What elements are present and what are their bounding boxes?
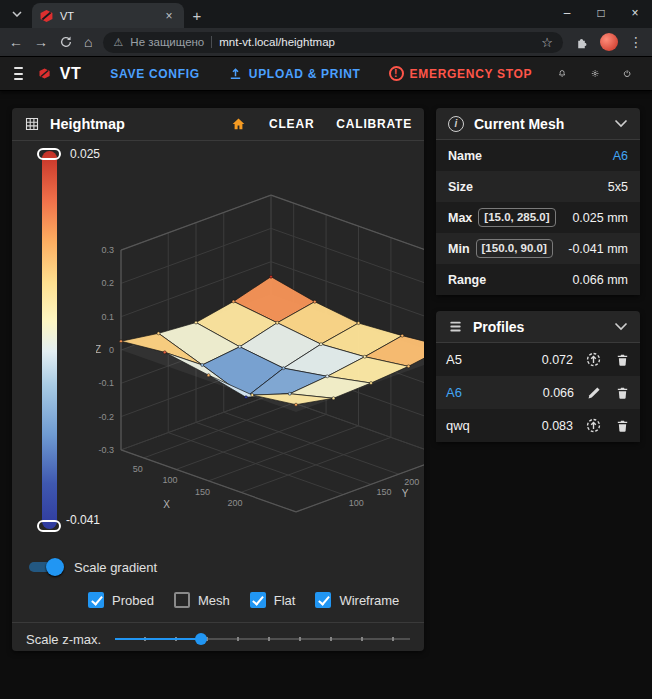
wireframe-checkbox[interactable]: Wireframe xyxy=(315,592,399,608)
emergency-stop-button[interactable]: ! EMERGENCY STOP xyxy=(389,66,533,81)
probed-checkbox[interactable]: Probed xyxy=(88,592,154,608)
wireframe-label: Wireframe xyxy=(339,593,399,608)
browser-menu-icon[interactable]: ⋮ xyxy=(629,34,643,50)
site-favicon xyxy=(40,10,53,22)
svg-text:-0.3: -0.3 xyxy=(98,445,114,455)
coord-chip[interactable]: [15.0, 285.0] xyxy=(478,208,555,227)
clear-button[interactable]: CLEAR xyxy=(269,117,314,131)
window-maximize-button[interactable]: □ xyxy=(584,0,618,28)
browser-tab[interactable]: VT × xyxy=(32,3,184,28)
svg-text:50: 50 xyxy=(133,464,143,474)
mesh-row-range: Range0.066 mm xyxy=(436,264,640,295)
svg-text:0.2: 0.2 xyxy=(101,278,114,288)
svg-text:0.1: 0.1 xyxy=(101,312,114,322)
load-profile-icon[interactable] xyxy=(585,417,602,434)
menu-hamburger-icon[interactable] xyxy=(14,67,23,80)
not-secure-warning-icon[interactable]: ⚠ xyxy=(113,36,123,49)
power-icon[interactable] xyxy=(623,65,631,82)
page-title: Heightmap xyxy=(50,116,125,132)
browser-toolbar: ← → ⌂ ⚠ Не защищено mnt-vt.local/heightm… xyxy=(0,28,652,57)
svg-text:Y: Y xyxy=(402,488,409,499)
home-position-icon[interactable] xyxy=(230,116,247,132)
svg-text:-0.1: -0.1 xyxy=(98,378,114,388)
delete-profile-icon[interactable] xyxy=(615,352,630,368)
window-minimize-button[interactable]: – xyxy=(550,0,584,28)
app-logo xyxy=(39,63,50,84)
flat-checkbox[interactable]: Flat xyxy=(250,592,296,608)
svg-text:X: X xyxy=(163,499,170,510)
upload-and-print-label: UPLOAD & PRINT xyxy=(249,67,361,81)
back-icon[interactable]: ← xyxy=(9,35,23,49)
security-label: Не защищено xyxy=(130,36,204,48)
layer-checkboxes: Probed Mesh Flat Wireframe xyxy=(88,592,424,608)
notifications-bell-icon[interactable] xyxy=(558,65,566,82)
heightmap-3d-plot[interactable]: 0.30.20.10-0.1-0.2-0.3501001502001001502… xyxy=(96,145,424,549)
edit-profile-icon[interactable] xyxy=(586,385,602,401)
omnibox-divider xyxy=(211,36,212,48)
window-close-button[interactable]: × xyxy=(618,0,652,28)
mesh-row-name: NameA6 xyxy=(436,140,640,171)
load-profile-icon[interactable] xyxy=(585,351,602,368)
scale-zmax-slider[interactable] xyxy=(115,632,410,646)
upload-and-print-button[interactable]: UPLOAD & PRINT xyxy=(228,66,361,81)
current-mesh-card: i Current Mesh NameA6 Size5x5 Max[15.0, … xyxy=(436,108,640,295)
svg-text:200: 200 xyxy=(404,477,419,487)
colorbar-min-handle[interactable] xyxy=(37,520,61,532)
profiles-icon xyxy=(448,319,463,334)
browser-home-icon[interactable]: ⌂ xyxy=(84,35,92,49)
mesh-row-min: Min[150.0, 90.0]-0.041 mm xyxy=(436,233,640,264)
info-icon: i xyxy=(448,116,464,132)
svg-text:Z: Z xyxy=(96,344,101,355)
address-bar[interactable]: ⚠ Не защищено mnt-vt.local/heightmap ☆ xyxy=(103,32,563,53)
delete-profile-icon[interactable] xyxy=(615,385,630,401)
delete-profile-icon[interactable] xyxy=(615,418,630,434)
svg-text:0.3: 0.3 xyxy=(101,245,114,255)
flat-label: Flat xyxy=(274,593,296,608)
heightmap-card: Heightmap CLEAR CALIBRATE 0.025 -0.041 0… xyxy=(12,108,424,651)
emergency-stop-label: EMERGENCY STOP xyxy=(410,67,533,81)
browser-titlebar: VT × + – □ × xyxy=(0,0,652,28)
colorbar-min-label: -0.041 xyxy=(66,513,100,527)
calibrate-button[interactable]: CALIBRATE xyxy=(336,117,412,131)
chevron-down-icon[interactable] xyxy=(614,322,628,331)
url-text[interactable]: mnt-vt.local/heightmap xyxy=(219,36,534,48)
app-header: VT SAVE CONFIG UPLOAD & PRINT ! EMERGENC… xyxy=(0,57,652,91)
settings-gear-icon[interactable] xyxy=(591,65,599,82)
app-title: VT xyxy=(60,65,81,83)
mesh-label: Mesh xyxy=(198,593,230,608)
new-tab-button[interactable]: + xyxy=(184,7,210,24)
save-config-button[interactable]: SAVE CONFIG xyxy=(110,67,200,81)
chevron-down-icon xyxy=(12,11,22,17)
profiles-title: Profiles xyxy=(473,319,524,335)
browser-profile-avatar[interactable] xyxy=(600,33,618,51)
profile-row: A5 0.072 xyxy=(436,343,640,376)
mesh-row-size: Size5x5 xyxy=(436,171,640,202)
profile-row: A6 0.066 xyxy=(436,376,640,409)
svg-text:150: 150 xyxy=(376,487,391,497)
scale-gradient-toggle[interactable] xyxy=(28,560,62,574)
upload-icon xyxy=(228,66,243,81)
reload-icon[interactable] xyxy=(59,35,73,49)
svg-text:-0.2: -0.2 xyxy=(98,412,114,422)
extensions-puzzle-icon[interactable] xyxy=(574,35,589,50)
mesh-row-max: Max[15.0, 285.0]0.025 mm xyxy=(436,202,640,233)
mesh-checkbox[interactable]: Mesh xyxy=(174,592,230,608)
svg-text:200: 200 xyxy=(227,498,242,508)
colorbar-gradient[interactable] xyxy=(42,151,57,529)
slider-thumb[interactable] xyxy=(195,633,207,645)
bookmark-star-icon[interactable]: ☆ xyxy=(541,35,553,50)
coord-chip[interactable]: [150.0, 90.0] xyxy=(476,239,553,258)
emergency-stop-icon: ! xyxy=(389,66,404,81)
tab-close-icon[interactable]: × xyxy=(162,9,176,23)
heightmap-plot-area: 0.025 -0.041 0.30.20.10-0.1-0.2-0.350100… xyxy=(12,141,424,555)
svg-text:0: 0 xyxy=(109,345,114,355)
profile-row: qwq 0.083 xyxy=(436,409,640,442)
colorbar-max-handle[interactable] xyxy=(37,148,61,160)
svg-text:150: 150 xyxy=(195,487,210,497)
tab-search-button[interactable] xyxy=(6,4,28,24)
forward-icon[interactable]: → xyxy=(34,35,48,49)
scale-gradient-label: Scale gradient xyxy=(74,560,157,575)
save-config-label: SAVE CONFIG xyxy=(110,67,200,81)
heightmap-grid-icon xyxy=(24,116,40,132)
chevron-down-icon[interactable] xyxy=(614,119,628,128)
